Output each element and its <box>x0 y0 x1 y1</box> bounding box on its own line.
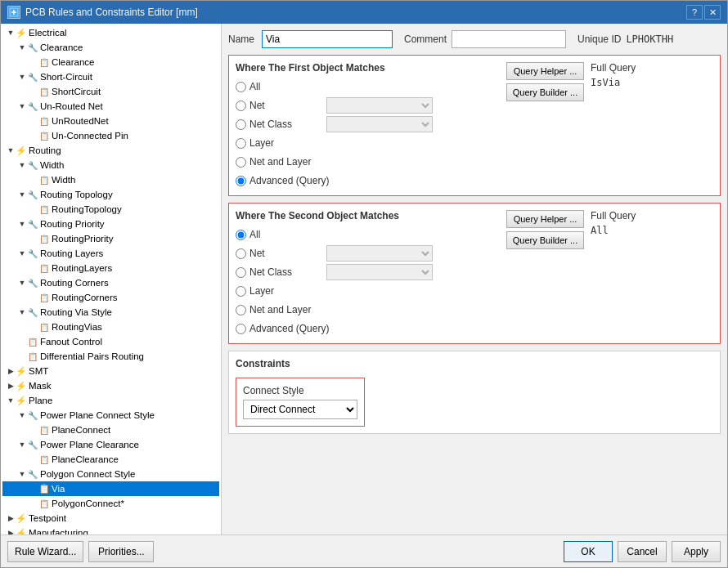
tree-item-width-group[interactable]: ▼ 🔧 Width <box>2 158 219 172</box>
bottom-bar: Rule Wizard... Priorities... OK Cancel A… <box>1 534 727 567</box>
expand-width-rule <box>29 175 38 185</box>
tree-item-topology-group[interactable]: ▼ 🔧 Routing Topology <box>2 187 219 202</box>
priorities-button[interactable]: Priorities... <box>88 541 154 562</box>
connect-style-select[interactable]: Direct Connect Relief Connect No Connect <box>243 400 357 419</box>
tree-item-polygon-group[interactable]: ▼ 🔧 Polygon Connect Style <box>2 467 219 481</box>
second-query-helper-button[interactable]: Query Helper ... <box>506 210 584 228</box>
tree-item-via-style-group[interactable]: ▼ 🔧 Routing Via Style <box>2 305 219 320</box>
tree-item-testpoint[interactable]: ▶ ⚡ Testpoint <box>2 511 219 526</box>
tree-panel: ▼ ⚡ Electrical ▼ 🔧 Clearance 📋 Clearance… <box>1 24 222 534</box>
cancel-button[interactable]: Cancel <box>618 541 667 562</box>
comment-input[interactable] <box>452 30 566 48</box>
second-all-radio[interactable] <box>236 230 246 240</box>
first-all-row: All <box>236 78 497 95</box>
first-net-combo[interactable] <box>326 97 433 114</box>
routing-icon: ⚡ <box>16 145 27 156</box>
help-button[interactable]: ? <box>686 5 703 20</box>
tree-item-mask[interactable]: ▶ ⚡ Mask <box>2 378 219 393</box>
tree-item-electrical[interactable]: ▼ ⚡ Electrical <box>2 25 219 40</box>
tree-item-manufacturing[interactable]: ▶ ⚡ Manufacturing <box>2 526 219 534</box>
tree-item-shortcircuit-group[interactable]: ▼ 🔧 Short-Circuit <box>2 69 219 84</box>
tree-item-fanout[interactable]: 📋 Fanout Control <box>2 334 219 349</box>
second-net-radio[interactable] <box>236 248 246 259</box>
first-query-builder-button[interactable]: Query Builder ... <box>506 83 584 101</box>
second-netclass-radio[interactable] <box>236 267 246 278</box>
tree-item-clearance-rule[interactable]: 📋 Clearance <box>2 55 219 69</box>
first-all-radio[interactable] <box>236 82 246 92</box>
name-label: Name <box>228 34 257 45</box>
second-layer-radio[interactable] <box>236 286 246 297</box>
tree-item-layers-rule[interactable]: 📋 RoutingLayers <box>2 261 219 275</box>
tree-item-ppc-group[interactable]: ▼ 🔧 Power Plane Connect Style <box>2 408 219 423</box>
first-advanced-radio[interactable] <box>236 176 246 186</box>
constraints-section: Constraints Connect Style Direct Connect… <box>228 351 721 434</box>
tree-item-priority-group[interactable]: ▼ 🔧 Routing Priority <box>2 217 219 231</box>
apply-button[interactable]: Apply <box>672 541 721 562</box>
tree-item-plane[interactable]: ▼ ⚡ Plane <box>2 393 219 408</box>
second-netclass-combo[interactable] <box>326 264 433 280</box>
second-match-section: Where The Second Object Matches All Net <box>236 210 497 337</box>
second-section-pair: Where The Second Object Matches All Net <box>236 210 713 337</box>
first-net-radio[interactable] <box>236 101 246 111</box>
tree-item-diff-pairs[interactable]: 📋 Differential Pairs Routing <box>2 349 219 364</box>
tree-label-priority: Routing Priority <box>40 219 105 229</box>
second-net-combo[interactable] <box>326 245 433 262</box>
rule-wizard-button[interactable]: Rule Wizard... <box>7 541 83 562</box>
tree-item-smt[interactable]: ▶ ⚡ SMT <box>2 364 219 378</box>
second-net-label: Net <box>249 248 323 259</box>
tree-item-layers-group[interactable]: ▼ 🔧 Routing Layers <box>2 246 219 261</box>
ok-button[interactable]: OK <box>564 541 613 562</box>
plane-clearance-icon: 📋 <box>38 454 50 465</box>
title-bar: PCB Rules and Constraints Editor [mm] ? … <box>1 1 727 24</box>
tree-label-topology: Routing Topology <box>40 190 113 199</box>
expand-unrouted-rule <box>29 116 38 126</box>
first-radio-group: All Net Net Class <box>236 78 497 189</box>
tree-item-clearance-group[interactable]: ▼ 🔧 Clearance <box>2 40 219 55</box>
tree-item-via[interactable]: 📋 Via <box>2 481 219 496</box>
first-net-label: Net <box>249 100 323 111</box>
tree-label-via-style: Routing Via Style <box>40 307 112 317</box>
tree-item-plane-connect[interactable]: 📋 PlaneConnect <box>2 423 219 437</box>
tree-item-shortcircuit-rule[interactable]: 📋 ShortCircuit <box>2 84 219 99</box>
tree-item-unconnected-pin[interactable]: 📋 Un-Connected Pin <box>2 128 219 143</box>
tree-label-unconnected: Un-Connected Pin <box>52 131 128 141</box>
tree-item-plane-clearance[interactable]: 📋 PlaneClearance <box>2 452 219 467</box>
tree-item-routing[interactable]: ▼ ⚡ Routing <box>2 143 219 158</box>
first-layer-radio[interactable] <box>236 138 246 149</box>
first-query-helper-button[interactable]: Query Helper ... <box>506 62 584 80</box>
name-input[interactable] <box>262 30 393 48</box>
main-content: ▼ ⚡ Electrical ▼ 🔧 Clearance 📋 Clearance… <box>1 24 727 534</box>
close-button[interactable]: ✕ <box>704 5 721 20</box>
tree-label-corners-rule: RoutingCorners <box>52 293 118 302</box>
tree-item-ppcl-group[interactable]: ▼ 🔧 Power Plane Clearance <box>2 437 219 452</box>
first-netclass-combo[interactable] <box>326 116 433 132</box>
tree-item-priority-rule[interactable]: 📋 RoutingPriority <box>2 231 219 246</box>
tree-label-routing: Routing <box>29 145 61 155</box>
unrouted-rule-icon: 📋 <box>38 115 50 127</box>
first-netclass-radio[interactable] <box>236 119 246 130</box>
tree-item-corners-rule[interactable]: 📋 RoutingCorners <box>2 290 219 305</box>
unconnected-icon: 📋 <box>38 130 50 141</box>
uid-value: LPHOKTHH <box>626 34 673 45</box>
tree-item-topology-rule[interactable]: 📋 RoutingTopology <box>2 202 219 217</box>
tree-item-width-rule[interactable]: 📋 Width <box>2 172 219 187</box>
bottom-left-buttons: Rule Wizard... Priorities... <box>7 541 154 562</box>
shortcircuit-rule-icon: 📋 <box>38 86 50 97</box>
second-netlayer-radio[interactable] <box>236 305 246 315</box>
tree-label-electrical: Electrical <box>29 28 67 38</box>
expand-priority-rule <box>29 234 38 244</box>
tree-item-unrouted[interactable]: ▼ 🔧 Un-Routed Net <box>2 99 219 114</box>
window-title: PCB Rules and Constraints Editor [mm] <box>25 7 198 18</box>
second-all-row: All <box>236 226 497 243</box>
second-query-builder-button[interactable]: Query Builder ... <box>506 231 584 249</box>
tree-item-polygon-connect[interactable]: 📋 PolygonConnect* <box>2 496 219 511</box>
first-netlayer-radio[interactable] <box>236 157 246 168</box>
tree-label-corners: Routing Corners <box>40 278 109 288</box>
expand-shortcircuit-rule <box>29 87 38 96</box>
shortcircuit-icon: 🔧 <box>27 71 38 83</box>
tree-item-corners-group[interactable]: ▼ 🔧 Routing Corners <box>2 275 219 290</box>
second-advanced-radio[interactable] <box>236 324 246 334</box>
second-netclass-label: Net Class <box>249 266 323 278</box>
tree-item-routing-vias-rule[interactable]: 📋 RoutingVias <box>2 320 219 334</box>
tree-item-unrouted-rule[interactable]: 📋 UnRoutedNet <box>2 114 219 128</box>
